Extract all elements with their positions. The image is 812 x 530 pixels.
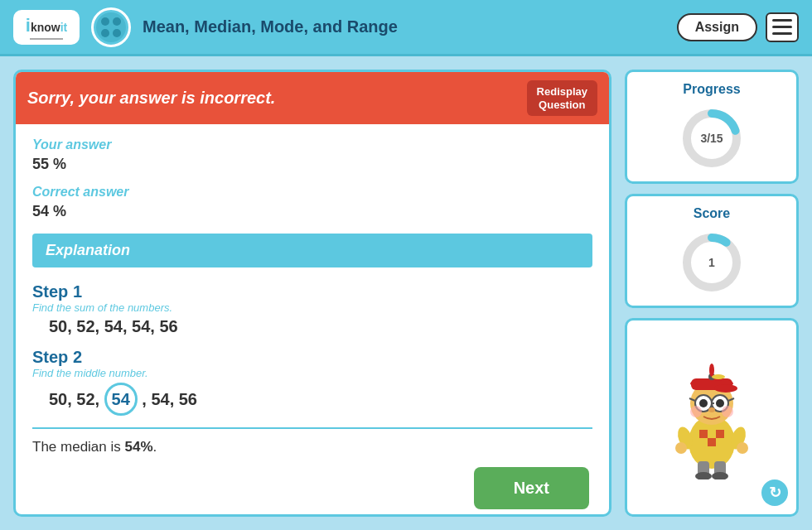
mascot-illustration — [658, 355, 766, 479]
score-value: 1 — [708, 256, 715, 269]
content-body: Your answer 55 % Correct answer 54 % Exp… — [16, 124, 609, 517]
step-1-subtitle: Find the sum of the numbers. — [32, 301, 592, 314]
step-1-content: 50, 52, 54, 54, 56 — [32, 317, 592, 336]
progress-card: Progress 3/15 — [625, 70, 799, 184]
svg-point-13 — [695, 472, 712, 479]
svg-rect-7 — [716, 430, 724, 438]
hamburger-line-3 — [772, 32, 792, 35]
mascot-card: ↻ — [625, 318, 799, 517]
svg-point-18 — [737, 442, 748, 454]
incorrect-message: Sorry, your answer is incorrect. — [27, 89, 275, 108]
conclusion-end: . — [153, 439, 157, 455]
progress-title: Progress — [683, 82, 740, 97]
incorrect-banner: Sorry, your answer is incorrect. Redispl… — [16, 72, 609, 124]
conclusion: The median is 54%. — [32, 439, 592, 455]
next-button-container: Next — [32, 467, 592, 513]
svg-point-33 — [708, 407, 715, 412]
svg-point-35 — [722, 406, 733, 417]
film-icon — [91, 7, 131, 47]
left-panel: Sorry, your answer is incorrect. Redispl… — [13, 70, 611, 517]
svg-rect-8 — [699, 438, 708, 446]
svg-point-25 — [712, 374, 725, 379]
step-2-numbers: 50, 52, 54 , 54, 56 — [49, 383, 197, 416]
svg-rect-9 — [708, 438, 716, 446]
right-panel: Progress 3/15 Score 1 — [625, 70, 799, 517]
menu-button[interactable] — [766, 12, 799, 42]
hamburger-line-1 — [772, 19, 792, 22]
explanation-header: Explanation — [32, 234, 592, 267]
svg-rect-6 — [708, 430, 716, 438]
redisplay-button[interactable]: RedisplayQuestion — [527, 80, 597, 116]
next-arrow-icon[interactable]: ↻ — [761, 479, 788, 506]
assign-button[interactable]: Assign — [677, 13, 757, 41]
lesson-title: Mean, Median, Mode, and Range — [143, 17, 665, 36]
step-2-highlighted: 54 — [104, 383, 138, 416]
score-card: Score 1 — [625, 194, 799, 308]
step-1-numbers: 50, 52, 54, 54, 56 — [49, 317, 178, 336]
progress-donut: 3/15 — [679, 105, 745, 171]
svg-point-22 — [714, 384, 737, 393]
score-title: Score — [694, 206, 730, 221]
step-2-title: Step 2 — [32, 348, 592, 367]
svg-point-29 — [716, 399, 724, 407]
svg-point-17 — [675, 442, 687, 454]
header-actions: Assign — [677, 12, 799, 42]
step-1-title: Step 1 — [32, 282, 592, 301]
step-2-content: 50, 52, 54 , 54, 56 — [32, 383, 592, 416]
svg-point-14 — [712, 472, 728, 479]
step-2-block: Step 2 Find the middle number. 50, 52, 5… — [32, 348, 592, 416]
hamburger-line-2 — [772, 26, 792, 28]
correct-answer-label: Correct answer — [32, 185, 592, 200]
logo-it: it — [60, 21, 68, 34]
next-button[interactable]: Next — [474, 467, 589, 509]
logo: i know it — [13, 10, 80, 45]
svg-point-24 — [709, 364, 714, 377]
svg-point-34 — [690, 406, 702, 417]
logo-know: know — [31, 21, 60, 34]
step-2-subtitle: Find the middle number. — [32, 367, 592, 379]
progress-value: 3/15 — [700, 132, 723, 145]
svg-rect-5 — [699, 430, 708, 438]
svg-point-28 — [699, 399, 708, 407]
correct-answer-value: 54 % — [32, 203, 592, 220]
step-2-before: 50, 52, — [49, 390, 104, 408]
step-2-after: , 54, 56 — [138, 390, 197, 408]
header: i know it Mean, Median, Mode, and Range … — [0, 0, 812, 56]
conclusion-bold: 54% — [125, 439, 153, 455]
main-area: Sorry, your answer is incorrect. Redispl… — [0, 56, 812, 530]
your-answer-label: Your answer — [32, 137, 592, 152]
score-donut: 1 — [679, 229, 745, 296]
svg-rect-10 — [716, 438, 724, 446]
divider — [32, 427, 592, 429]
your-answer-value: 55 % — [32, 156, 592, 173]
step-1-block: Step 1 Find the sum of the numbers. 50, … — [32, 282, 592, 336]
conclusion-text: The median is — [32, 439, 125, 455]
